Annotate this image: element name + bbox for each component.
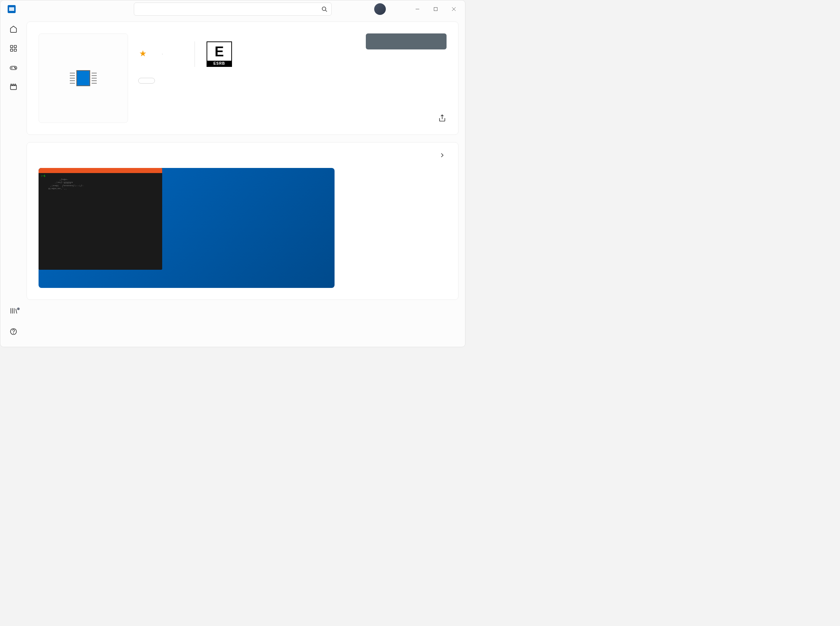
category-tag[interactable] <box>138 78 155 84</box>
main-area: ★ E ESRB <box>0 18 465 347</box>
svg-line-1 <box>326 10 327 12</box>
svg-rect-8 <box>11 49 13 51</box>
svg-rect-9 <box>14 49 16 51</box>
share-icon[interactable] <box>438 114 447 123</box>
home-icon <box>9 25 17 33</box>
section-header <box>39 151 447 160</box>
titlebar-right <box>374 3 462 15</box>
search-icon[interactable] <box>321 5 328 13</box>
screenshots-row[interactable]: :~$ ./+o+- .:++/-yyyyy+ .:++o: /++++++/:… <box>39 168 447 288</box>
app-window: ★ E ESRB <box>0 0 465 347</box>
svg-rect-3 <box>434 8 437 11</box>
store-icon <box>8 5 16 13</box>
hero-right <box>366 33 447 123</box>
screenshot-thumbnail[interactable]: :~$ ./+o+- .:++/-yyyyy+ .:++o: /++++++/:… <box>39 168 335 288</box>
content[interactable]: ★ E ESRB <box>27 18 465 347</box>
svg-point-0 <box>322 7 326 11</box>
screenshots-card: :~$ ./+o+- .:++/-yyyyy+ .:++o: /++++++/:… <box>27 142 459 300</box>
apps-icon <box>9 44 17 52</box>
chevron-right-icon[interactable] <box>438 151 447 160</box>
sidebar-item-library[interactable] <box>0 303 27 324</box>
library-icon <box>9 307 17 315</box>
titlebar <box>0 0 465 18</box>
titlebar-left <box>3 5 21 13</box>
sidebar-item-home[interactable] <box>0 22 27 41</box>
gaming-icon <box>9 64 17 72</box>
app-hero-card: ★ E ESRB <box>27 22 459 135</box>
stats-row: ★ E ESRB <box>138 41 356 67</box>
get-button[interactable] <box>366 33 447 49</box>
avatar[interactable] <box>374 3 386 15</box>
movies-icon <box>9 83 17 91</box>
star-icon: ★ <box>139 49 146 58</box>
search-input[interactable] <box>134 3 332 16</box>
svg-rect-7 <box>14 45 16 48</box>
esrb-badge-icon: E ESRB <box>207 41 232 67</box>
close-button[interactable] <box>445 3 462 15</box>
svg-line-19 <box>16 309 17 314</box>
rating-block: ★ <box>138 49 162 59</box>
ratings-count-block <box>162 53 194 55</box>
sidebar <box>0 18 27 347</box>
sidebar-item-apps[interactable] <box>0 41 27 60</box>
sidebar-bottom <box>0 303 27 343</box>
app-icon <box>39 33 128 123</box>
sidebar-item-gaming[interactable] <box>0 60 27 79</box>
svg-rect-6 <box>11 45 13 48</box>
esrb-block: E ESRB <box>194 41 238 67</box>
sidebar-item-help[interactable] <box>0 324 27 343</box>
sidebar-item-movies[interactable] <box>0 79 27 99</box>
help-icon <box>9 327 17 335</box>
search-container <box>134 3 332 16</box>
svg-point-21 <box>13 333 14 333</box>
svg-point-14 <box>15 68 16 69</box>
library-badge-dot <box>17 308 20 310</box>
minimize-button[interactable] <box>409 3 426 15</box>
svg-rect-15 <box>11 85 17 89</box>
maximize-button[interactable] <box>427 3 444 15</box>
hero-details: ★ E ESRB <box>138 33 356 123</box>
